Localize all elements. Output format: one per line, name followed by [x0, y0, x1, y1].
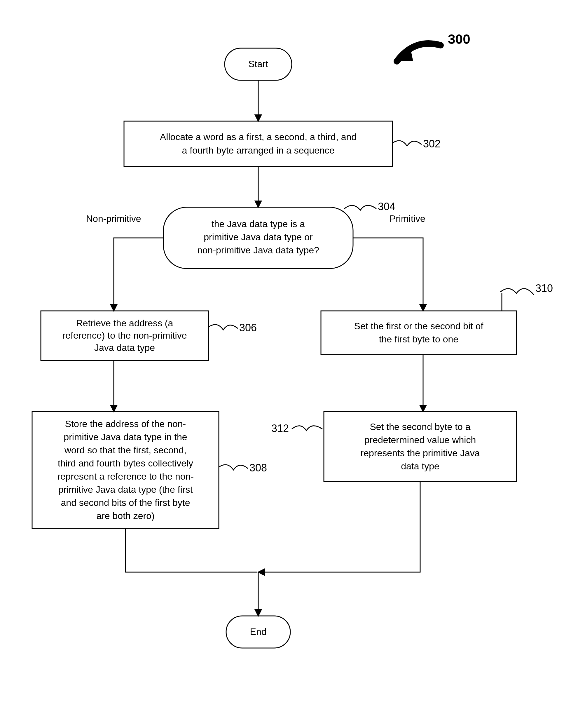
- ref-connector-304: [344, 206, 376, 210]
- decision-304: the Java data type is a primitive Java d…: [163, 201, 395, 268]
- step-310: Set the first or the second bit of the f…: [321, 282, 553, 355]
- step-310-line1: Set the first or the second bit of: [354, 321, 483, 331]
- ref-306: 306: [239, 322, 257, 334]
- ref-304: 304: [378, 201, 395, 212]
- step-308-line8: are both zero): [96, 511, 154, 521]
- step-312-line1: Set the second byte to a: [370, 421, 470, 432]
- decision-304-line1: the Java data type is a: [212, 218, 305, 229]
- flowchart-diagram: 300 Start Allocate a word as a first, a …: [0, 0, 585, 728]
- ref-312: 312: [271, 422, 289, 434]
- step-312: Set the second byte to a predetermined v…: [271, 412, 516, 482]
- step-302-line2: a fourth byte arranged in a sequence: [182, 145, 335, 156]
- ref-connector-306: [209, 324, 238, 330]
- ref-308: 308: [249, 462, 267, 474]
- step-306-line3: Java data type: [94, 342, 155, 353]
- step-306-line2: reference) to the non-primitive: [62, 330, 187, 341]
- ref-302: 302: [423, 138, 441, 150]
- figure-ref-number: 300: [448, 31, 470, 47]
- step-312-line4: data type: [401, 461, 440, 471]
- start-node: Start: [225, 48, 292, 80]
- end-node: End: [226, 616, 290, 648]
- edge-304-to-310: [353, 238, 423, 308]
- ref-connector-302: [393, 141, 422, 146]
- step-308: Store the address of the non- primitive …: [32, 412, 267, 528]
- step-308-line6: primitive Java data type (the first: [58, 484, 193, 495]
- ref-310: 310: [535, 282, 553, 294]
- step-312-line3: represents the primitive Java: [360, 448, 480, 458]
- step-310-line2: the first byte to one: [379, 334, 458, 344]
- end-label: End: [250, 626, 267, 637]
- decision-304-line2: primitive Java data type or: [204, 232, 313, 242]
- step-308-line2: primitive Java data type in the: [63, 432, 187, 442]
- start-label: Start: [248, 59, 268, 69]
- step-306-line1: Retrieve the address (a: [76, 318, 173, 329]
- svg-rect-4: [321, 311, 516, 355]
- branch-label-nonprimitive: Non-primitive: [86, 213, 141, 224]
- ref-connector-312: [292, 426, 322, 431]
- figure-reference-arrow: 300: [397, 31, 470, 64]
- step-308-line5: represent a reference to the non-: [57, 471, 194, 482]
- ref-connector-310: [500, 289, 534, 295]
- svg-rect-1: [124, 121, 393, 166]
- step-308-line1: Store the address of the non-: [65, 419, 186, 429]
- step-312-line2: predetermined value which: [365, 435, 476, 445]
- edge-304-to-306: [114, 238, 163, 308]
- decision-304-line3: non-primitive Java data type?: [197, 245, 319, 255]
- step-302: Allocate a word as a first, a second, a …: [124, 121, 441, 166]
- ref-connector-308: [219, 465, 248, 470]
- step-302-line1: Allocate a word as a first, a second, a …: [160, 132, 356, 142]
- step-308-line3: word so that the first, second,: [64, 445, 186, 456]
- step-306: Retrieve the address (a reference) to th…: [41, 311, 257, 361]
- step-308-line7: and second bits of the first byte: [61, 497, 190, 508]
- step-308-line4: third and fourth bytes collectively: [58, 458, 193, 468]
- branch-label-primitive: Primitive: [390, 213, 425, 224]
